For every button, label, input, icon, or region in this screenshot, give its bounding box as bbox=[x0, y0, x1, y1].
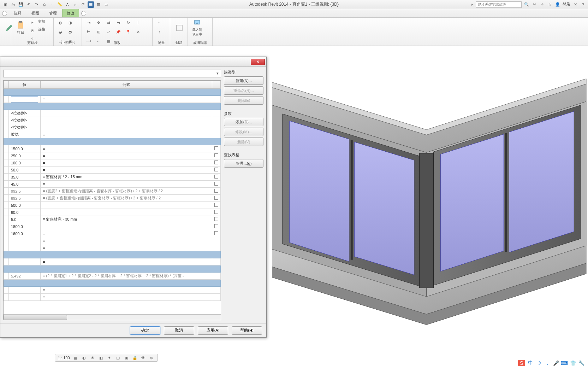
key-icon[interactable]: ✂ bbox=[531, 2, 537, 7]
lock-checkbox[interactable] bbox=[214, 175, 218, 179]
ok-button[interactable]: 确定 bbox=[130, 326, 160, 335]
value-cell[interactable]: 5.492 bbox=[9, 273, 41, 280]
favorite-icon[interactable]: ☆ bbox=[547, 2, 553, 7]
value-cell[interactable]: 1800.0 bbox=[9, 223, 41, 230]
apply-button[interactable]: 应用(A) bbox=[198, 326, 228, 335]
value-cell[interactable]: 500.0 bbox=[9, 202, 41, 209]
measure-icon[interactable]: 📏 bbox=[57, 1, 63, 8]
ime-mic-icon[interactable]: 🎤 bbox=[553, 360, 559, 366]
visual-style-icon[interactable]: ◐ bbox=[81, 355, 87, 361]
table-row[interactable]: = bbox=[4, 258, 221, 265]
value-cell[interactable]: <按类别> bbox=[9, 110, 41, 117]
sun-path-icon[interactable]: ☀ bbox=[90, 355, 95, 361]
redo-icon[interactable]: ↷ bbox=[33, 1, 40, 8]
paste-button[interactable]: 粘贴 bbox=[14, 19, 27, 37]
table-row[interactable] bbox=[4, 89, 221, 96]
formula-cell[interactable]: = bbox=[41, 237, 212, 244]
value-cell[interactable]: 892.5 bbox=[9, 195, 41, 202]
rendering-icon[interactable]: ✦ bbox=[107, 355, 112, 361]
scrollbar-thumb[interactable] bbox=[4, 315, 67, 320]
open-icon[interactable]: 🗁 bbox=[10, 1, 16, 8]
crop-visible-icon[interactable]: ▣ bbox=[124, 355, 129, 361]
temp-hide-icon[interactable]: 👁 bbox=[141, 355, 146, 361]
split-icon[interactable]: ◓ bbox=[66, 28, 74, 35]
delete-param-button[interactable]: 删除(V) bbox=[224, 138, 263, 146]
lock-checkbox[interactable] bbox=[214, 231, 218, 235]
table-row[interactable]: 45.0= bbox=[4, 181, 221, 188]
app-menu-icon[interactable]: ▣ bbox=[2, 1, 8, 8]
value-cell[interactable]: 250.0 bbox=[9, 152, 41, 159]
new-type-button[interactable]: 新建(N)... bbox=[224, 76, 263, 85]
tab-view[interactable]: 视图 bbox=[27, 9, 44, 17]
rename-type-button[interactable]: 重命名(R)... bbox=[224, 86, 263, 95]
col-value[interactable]: 值 bbox=[9, 81, 41, 89]
table-row[interactable]: 5.0= 窗扇材宽 - 30 mm bbox=[4, 216, 221, 223]
shadows-icon[interactable]: ◧ bbox=[98, 355, 104, 361]
detail-level-icon[interactable]: ▦ bbox=[73, 355, 78, 361]
table-row[interactable]: 1600.0= bbox=[4, 230, 221, 237]
offset-icon[interactable]: ⇉ bbox=[105, 19, 112, 26]
table-row[interactable]: 992.5= (宽度2 + 窗框距墙内侧距离 - 窗套材厚 - 窗框材厚) / … bbox=[4, 188, 221, 195]
table-row[interactable]: 50.0= bbox=[4, 167, 221, 174]
value-cell[interactable]: 1600.0 bbox=[9, 230, 41, 237]
aligned-dim-icon[interactable]: ↔ bbox=[155, 19, 163, 26]
table-row[interactable]: 500.0= bbox=[4, 202, 221, 209]
search-input[interactable] bbox=[476, 1, 522, 8]
formula-cell[interactable]: = 窗扇材宽 - 30 mm bbox=[41, 216, 212, 223]
formula-cell[interactable]: = bbox=[41, 258, 212, 265]
lock-checkbox[interactable] bbox=[214, 196, 218, 200]
value-cell[interactable]: 45.0 bbox=[9, 181, 41, 188]
user-icon[interactable]: 👤 bbox=[555, 2, 560, 7]
array-icon[interactable]: ⊞ bbox=[95, 28, 102, 35]
undo-icon[interactable]: ↶ bbox=[25, 1, 32, 8]
table-row[interactable]: = bbox=[4, 294, 221, 301]
formula-cell[interactable]: = bbox=[41, 244, 212, 251]
formula-cell[interactable]: = bbox=[41, 230, 212, 237]
table-row[interactable] bbox=[4, 103, 221, 110]
col-blank[interactable] bbox=[4, 81, 9, 89]
lock-checkbox[interactable] bbox=[214, 146, 218, 150]
delete-type-button[interactable]: 删除(E) bbox=[224, 96, 263, 105]
lock-3d-icon[interactable]: 🔒 bbox=[132, 355, 138, 361]
formula-cell[interactable]: = (宽度2 + 窗框距墙内侧距离 - 窗套材厚 - 窗框材厚) / 2 + 窗… bbox=[41, 188, 212, 195]
value-cell[interactable] bbox=[9, 237, 41, 244]
formula-cell[interactable]: = 窗框材宽 / 2 - 15 mm bbox=[41, 174, 212, 181]
value-cell[interactable]: 60.0 bbox=[9, 209, 41, 216]
view-scale[interactable]: 1 : 100 bbox=[58, 356, 70, 360]
cut-geom-icon[interactable]: ◑ bbox=[66, 19, 74, 26]
split2-icon[interactable]: ⊢ bbox=[85, 28, 93, 35]
formula-cell[interactable]: = bbox=[41, 167, 212, 174]
reveal-icon[interactable]: ⊕ bbox=[149, 355, 155, 361]
table-row[interactable]: <按类别>= bbox=[4, 110, 221, 117]
table-row[interactable]: 892.5= (宽度 + 窗框距墙内侧距离 - 窗套材厚 - 窗框材厚) / 2… bbox=[4, 195, 221, 202]
close-icon[interactable]: ✕ bbox=[251, 59, 265, 65]
table-row[interactable]: 5.492= (2 * 窗扇宽1 + 2 * 窗扇宽2 - 2 * 窗扇材厚 +… bbox=[4, 273, 221, 280]
move-icon[interactable]: ✥ bbox=[95, 19, 102, 26]
formula-cell[interactable]: = bbox=[41, 124, 212, 131]
formula-cell[interactable]: = bbox=[41, 110, 212, 117]
subscription-icon[interactable]: ✧ bbox=[539, 2, 545, 7]
lock-checkbox[interactable] bbox=[214, 168, 218, 171]
value-cell[interactable]: <按类别> bbox=[9, 117, 41, 124]
table-row[interactable]: = bbox=[4, 237, 221, 244]
align-icon[interactable]: ⇥ bbox=[85, 19, 93, 26]
table-row[interactable]: 1500.0= bbox=[4, 145, 221, 152]
lock-checkbox[interactable] bbox=[214, 210, 218, 214]
scale-icon[interactable]: ⤢ bbox=[105, 28, 112, 35]
table-row[interactable]: = bbox=[4, 287, 221, 294]
lock-checkbox[interactable] bbox=[214, 160, 218, 164]
value-cell[interactable]: 1500.0 bbox=[9, 145, 41, 152]
value-cell[interactable] bbox=[9, 294, 41, 301]
unpin-icon[interactable]: 📍 bbox=[124, 28, 132, 35]
ime-shirt-icon[interactable]: 👕 bbox=[570, 360, 576, 366]
rotate-icon[interactable]: ↻ bbox=[124, 19, 132, 26]
value-cell[interactable]: 35.0 bbox=[9, 174, 41, 181]
formula-cell[interactable]: = (2 * 窗扇宽1 + 2 * 窗扇宽2 - 2 * 窗扇材厚 + 2 * … bbox=[41, 273, 212, 280]
formula-cell[interactable]: = bbox=[41, 159, 212, 167]
value-cell[interactable]: 100.0 bbox=[9, 159, 41, 167]
save-icon[interactable]: 💾 bbox=[18, 1, 24, 8]
ime-tool-icon[interactable]: 🔧 bbox=[578, 360, 584, 366]
formula-cell[interactable]: = bbox=[41, 209, 212, 216]
crop-view-icon[interactable]: ▢ bbox=[115, 355, 121, 361]
measure2-icon[interactable]: ↕ bbox=[155, 28, 163, 35]
